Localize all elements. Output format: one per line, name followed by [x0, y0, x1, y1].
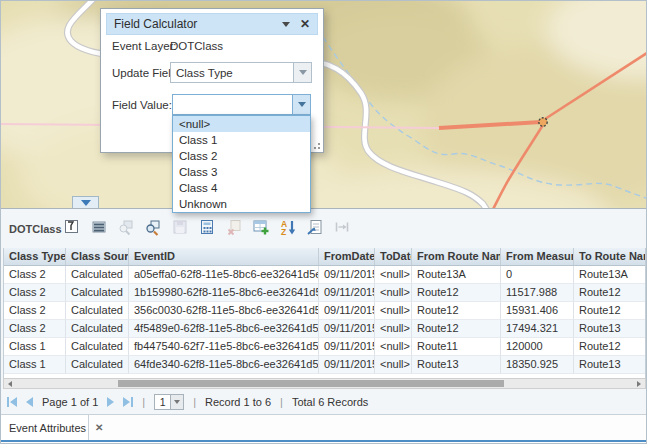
total-records-label: Total 6 Records — [292, 396, 368, 408]
dialog-close-icon[interactable]: ✕ — [300, 18, 310, 30]
delete-records-icon[interactable] — [225, 218, 243, 236]
table-row[interactable]: Class 2 Calculated 1b159980-62f8-11e5-8b… — [4, 284, 645, 302]
dialog-collapse-icon[interactable] — [282, 22, 290, 27]
update-field-combobox[interactable]: Class Type — [170, 62, 312, 83]
pagination-bar: Page 1 of 1 | 1 | Record 1 to 6 | Total … — [7, 391, 368, 413]
column-header-class-source[interactable]: Class Source — [66, 248, 129, 265]
zoom-to-selected-icon[interactable] — [117, 218, 135, 236]
cell-eventid: 4f5489e0-62f8-11e5-8bc6-ee32641d5ec9 — [129, 320, 319, 338]
cell-class-type: Class 2 — [4, 284, 66, 302]
cell-class-type: Class 2 — [4, 266, 66, 284]
column-header-from-measure[interactable]: From Measure — [501, 248, 574, 265]
table-row[interactable]: Class 2 Calculated a05effa0-62f8-11e5-8b… — [4, 266, 645, 284]
scrollbar-thumb[interactable] — [118, 380, 504, 387]
cell-from-measure: 0 — [501, 266, 574, 284]
dropdown-option-class4[interactable]: Class 4 — [173, 180, 310, 196]
scroll-right-arrow-icon[interactable] — [633, 379, 645, 388]
cell-eventid: 356c0030-62f8-11e5-8bc6-ee32641d5ec9 — [129, 302, 319, 320]
route-junction-marker[interactable] — [539, 118, 547, 126]
cell-to-route-name: Route12 — [574, 284, 646, 302]
cell-to-route-name: Route13A — [574, 266, 646, 284]
cell-class-type: Class 1 — [4, 338, 66, 356]
table-row[interactable]: Class 2 Calculated 4f5489e0-62f8-11e5-8b… — [4, 320, 645, 338]
page-number-combobox[interactable]: 1 — [154, 394, 184, 410]
field-value-dropdown-button[interactable] — [292, 95, 310, 114]
map-canvas[interactable] — [1, 1, 647, 208]
dialog-titlebar[interactable]: Field Calculator ✕ — [106, 13, 318, 35]
cell-fromdate: 09/11/2015 — [319, 338, 375, 356]
show-selected-records-icon[interactable] — [90, 218, 108, 236]
table-row[interactable]: Class 1 Calculated 64fde340-62f8-11e5-8b… — [4, 356, 645, 374]
dropdown-option-null[interactable]: <null> — [173, 116, 310, 132]
table-header-row: Class Type Class Source EventID FromDate… — [4, 248, 645, 266]
cell-class-type: Class 1 — [4, 356, 66, 374]
update-field-dropdown-button[interactable] — [293, 63, 311, 82]
cell-eventid: fb447540-62f7-11e5-8bc6-ee32641d5ec9 — [129, 338, 319, 356]
dropdown-option-unknown[interactable]: Unknown — [173, 196, 310, 212]
offset-records-icon[interactable] — [333, 218, 351, 236]
separator: | — [280, 396, 283, 408]
event-attributes-panel: DOTClass — [1, 208, 647, 444]
layer-name-label: DOTClass — [9, 223, 62, 235]
cell-todate: <null> — [375, 302, 412, 320]
separator: | — [142, 396, 145, 408]
zoom-to-records-icon[interactable] — [144, 218, 162, 236]
chevron-down-icon — [174, 400, 180, 404]
cell-to-route-name: Route12 — [574, 338, 646, 356]
dialog-title: Field Calculator — [114, 17, 282, 31]
select-records-icon[interactable] — [63, 218, 81, 236]
cell-from-route-name: Route12 — [412, 320, 501, 338]
tab-close-icon[interactable]: ✕ — [95, 422, 103, 433]
cell-from-route-name: Route11 — [412, 338, 501, 356]
cell-from-route-name: Route12 — [412, 302, 501, 320]
dialog-resize-grip[interactable] — [311, 140, 320, 149]
chevron-down-icon — [81, 200, 91, 206]
tab-active-underline — [1, 440, 647, 442]
page-number-value: 1 — [155, 396, 170, 408]
table-row[interactable]: Class 1 Calculated fb447540-62f7-11e5-8b… — [4, 338, 645, 356]
field-calculator-icon[interactable] — [198, 218, 216, 236]
column-header-class-type[interactable]: Class Type — [4, 248, 66, 265]
first-page-button[interactable] — [7, 397, 17, 407]
sort-records-icon[interactable]: AZ — [279, 218, 297, 236]
add-records-icon[interactable] — [252, 218, 270, 236]
cell-class-source: Calculated — [66, 284, 129, 302]
open-attributes-icon[interactable] — [306, 218, 324, 236]
column-header-eventid[interactable]: EventID — [129, 248, 319, 265]
column-header-from-route-name[interactable]: From Route Name — [412, 248, 501, 265]
column-header-fromdate[interactable]: FromDate — [319, 248, 375, 265]
separator: | — [193, 396, 196, 408]
cell-eventid: 64fde340-62f8-11e5-8bc6-ee32641d5ec9 — [129, 356, 319, 374]
cell-class-source: Calculated — [66, 320, 129, 338]
event-layer-value: DOTClass — [170, 40, 223, 52]
cell-class-source: Calculated — [66, 338, 129, 356]
scroll-left-arrow-icon[interactable] — [4, 379, 16, 388]
dropdown-option-class3[interactable]: Class 3 — [173, 164, 310, 180]
event-editor-window: Field Calculator ✕ Event Layer: DOTClass… — [0, 0, 647, 444]
cell-todate: <null> — [375, 338, 412, 356]
cell-fromdate: 09/11/2015 — [319, 320, 375, 338]
page-number-dropdown-button[interactable] — [170, 395, 183, 409]
table-horizontal-scrollbar[interactable] — [3, 378, 646, 389]
field-calculator-dialog: Field Calculator ✕ Event Layer: DOTClass… — [100, 8, 324, 153]
panel-collapse-button[interactable] — [72, 196, 99, 208]
cell-class-type: Class 2 — [4, 302, 66, 320]
column-header-todate[interactable]: ToDate — [375, 248, 412, 265]
cell-fromdate: 09/11/2015 — [319, 302, 375, 320]
update-field-value: Class Type — [171, 67, 293, 79]
attribute-toolbar: AZ — [63, 218, 351, 236]
field-value-label: Field Value: — [112, 99, 172, 111]
previous-page-button[interactable] — [26, 397, 33, 407]
field-value-combobox[interactable] — [172, 94, 311, 115]
bottom-tab-bar: Event Attributes ✕ — [1, 414, 647, 444]
tab-label: Event Attributes — [9, 422, 86, 434]
tab-event-attributes[interactable]: Event Attributes ✕ — [1, 415, 89, 440]
column-header-to-route-name[interactable]: To Route Name — [574, 248, 646, 265]
table-row[interactable]: Class 2 Calculated 356c0030-62f8-11e5-8b… — [4, 302, 645, 320]
cell-eventid: 1b159980-62f8-11e5-8bc6-ee32641d5ec9 — [129, 284, 319, 302]
next-page-button[interactable] — [107, 397, 114, 407]
dropdown-option-class1[interactable]: Class 1 — [173, 132, 310, 148]
last-page-button[interactable] — [123, 397, 133, 407]
dropdown-option-class2[interactable]: Class 2 — [173, 148, 310, 164]
save-icon[interactable] — [171, 218, 189, 236]
